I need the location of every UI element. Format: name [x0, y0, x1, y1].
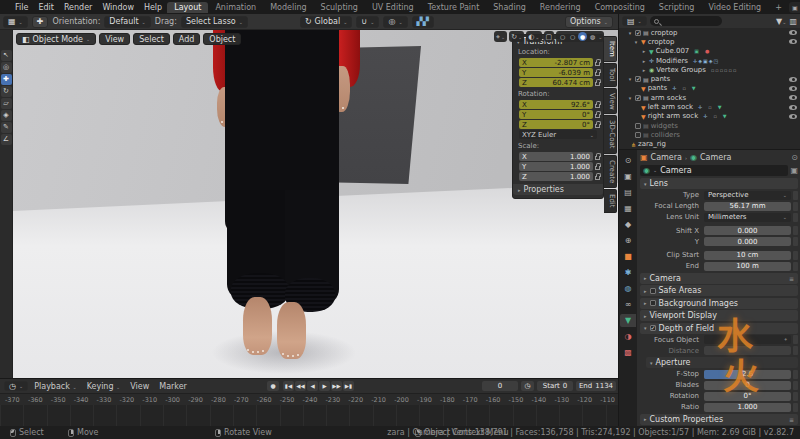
clip-start-field[interactable]: 10 cm	[704, 251, 791, 260]
jump-to-end-button[interactable]: ▶▮	[343, 381, 354, 391]
blades-field[interactable]: 0	[704, 381, 791, 390]
select-visible-dropdown[interactable]: ⌖⌄	[494, 31, 507, 42]
gizmos-dropdown[interactable]: ↻⌄	[509, 31, 524, 42]
menu-select[interactable]: Select	[133, 33, 170, 45]
focus-distance-field[interactable]	[704, 346, 791, 355]
animate-dot[interactable]	[793, 392, 798, 401]
menu-file[interactable]: File	[10, 3, 33, 12]
scene-selector[interactable]: ▣⌄ Scene ⊞ ×	[789, 2, 800, 13]
properties-collapsed-panel[interactable]: ▸Properties	[513, 184, 603, 195]
disclosure-icon[interactable]: ▾	[627, 76, 633, 82]
workspace-tab-modeling[interactable]: Modeling	[263, 2, 313, 13]
disclosure-icon[interactable]: ▸	[641, 67, 647, 73]
frame-start-field[interactable]: Start0	[537, 381, 573, 391]
viewport-3d[interactable]: ↖ ◎ ✚ ↻ ▱ ◈ ✎ ∠ ◧Object Mode⌄ View Selec…	[0, 30, 618, 378]
jump-to-start-button[interactable]: ▮◀	[283, 381, 294, 391]
lock-icon[interactable]	[595, 166, 600, 170]
breadcrumb-data[interactable]: Camera	[700, 153, 731, 162]
disclosure-icon[interactable]: ▾	[627, 30, 633, 36]
menu-help[interactable]: Help	[139, 3, 167, 12]
eye-icon[interactable]	[789, 30, 797, 35]
disclosure-icon[interactable]: ▸	[641, 58, 647, 64]
eye-icon[interactable]	[789, 77, 797, 82]
clip-end-field[interactable]: 100 m	[704, 262, 791, 271]
sidebar-tab-edit[interactable]: Edit	[604, 189, 617, 213]
collection-checkbox[interactable]	[635, 30, 641, 36]
workspace-tab-animation[interactable]: Animation	[208, 2, 263, 13]
outliner-row-vertex-groups[interactable]: ▸◉Vertex Groups▫▫▫▫▫▫	[619, 65, 800, 74]
tab-material[interactable]: ◑	[620, 330, 636, 343]
menu-view-timeline[interactable]: View	[126, 382, 153, 391]
workspace-tab-layout[interactable]: Layout	[167, 2, 208, 13]
outliner-row-left-arm-sock[interactable]: ▼left arm sock✛▫▼	[619, 102, 800, 111]
workspace-tab-sculpting[interactable]: Sculpting	[314, 2, 365, 13]
tab-texture[interactable]: ▩	[620, 346, 636, 359]
add-workspace-button[interactable]: +	[768, 2, 789, 13]
lock-icon[interactable]	[595, 156, 600, 160]
editor-type-selector[interactable]: ▦⌄	[3, 16, 28, 28]
timeline-track-area[interactable]	[0, 405, 618, 426]
lock-icon[interactable]	[595, 176, 600, 180]
scale-z-field[interactable]: Z1.000	[519, 172, 593, 181]
filter-icon[interactable]: ▼⌄	[776, 17, 786, 26]
menu-keying[interactable]: Keying ⌄	[83, 382, 125, 391]
lock-icon[interactable]	[595, 124, 600, 128]
workspace-tab-video-editing[interactable]: Video Editing	[701, 2, 768, 13]
viewport-display-panel-header[interactable]: ▸Viewport Display	[640, 310, 798, 321]
dropper-icon[interactable]: ⌖	[784, 336, 787, 343]
aperture-subpanel-header[interactable]: ▾Aperture	[646, 357, 798, 368]
transform-orientation-dropdown[interactable]: ↻Global⌄	[300, 16, 352, 28]
focal-length-field[interactable]: 56.17 mm	[704, 202, 791, 211]
outliner-row-croptop-collection[interactable]: ▾▤croptop	[619, 28, 800, 37]
preset-list-icon[interactable]: ≡	[789, 416, 794, 423]
measure-tool-button[interactable]: ∠	[1, 134, 12, 145]
lock-icon[interactable]	[595, 72, 600, 76]
lock-icon[interactable]	[595, 82, 600, 86]
tab-view-layer[interactable]: ▦	[620, 202, 636, 215]
annotate-tool-button[interactable]: ✎	[1, 122, 12, 133]
outliner-row-pants-collection[interactable]: ▾▤pants	[619, 74, 800, 83]
auto-keyframe-record-button[interactable]: ●	[267, 381, 279, 391]
outliner-row-arm-socks-collection[interactable]: ▾▤arm socks	[619, 93, 800, 102]
rotation-y-field[interactable]: Y0°	[519, 110, 593, 119]
outliner-row-cube007[interactable]: ▸▼Cube.007▣●	[619, 47, 800, 56]
current-frame-field[interactable]: 0	[482, 381, 518, 391]
outliner-row-modifiers[interactable]: ▸✛Modifiers✛◈▣◈◳	[619, 56, 800, 65]
sidebar-tab-create[interactable]: Create	[604, 155, 617, 188]
animate-dot[interactable]	[793, 226, 798, 235]
outliner-display-mode-selector[interactable]: ▤⌄	[622, 16, 647, 26]
outliner-row-widgets[interactable]: ▤widgets	[619, 121, 800, 130]
custom-properties-panel-header[interactable]: ▸Custom Properties≡	[640, 414, 798, 425]
menu-window[interactable]: Window	[97, 3, 139, 12]
background-images-checkbox[interactable]	[650, 300, 656, 306]
lock-icon[interactable]	[595, 104, 600, 108]
new-collection-icon[interactable]: ▥	[789, 17, 797, 26]
collection-checkbox[interactable]	[635, 76, 641, 82]
animate-dot[interactable]	[793, 346, 798, 355]
animate-dot[interactable]	[793, 403, 798, 412]
lens-type-dropdown[interactable]: Perspective⌄	[704, 191, 791, 200]
lens-unit-dropdown[interactable]: Millimeters⌄	[704, 213, 791, 222]
sidebar-tab-item[interactable]: Item	[604, 36, 617, 62]
timeline-editor-type-selector[interactable]: ◷⌄	[4, 381, 28, 391]
eye-icon[interactable]	[789, 95, 797, 100]
lock-icon[interactable]	[595, 62, 600, 66]
outliner-search-input[interactable]	[650, 16, 722, 26]
aperture-rotation-field[interactable]: 0°	[704, 392, 791, 401]
camera-datablock-selector[interactable]: ◉⌄Camera	[640, 165, 788, 176]
cursor-tool-button[interactable]: ◎	[1, 62, 12, 73]
background-images-panel-header[interactable]: ▸Background Images	[640, 298, 798, 309]
animate-dot[interactable]	[793, 202, 798, 211]
workspace-tab-scripting[interactable]: Scripting	[652, 2, 702, 13]
rotation-z-field[interactable]: Z0°	[519, 120, 593, 129]
outliner-row-right-arm-sock[interactable]: ▼right arm sock✛▫▼	[619, 112, 800, 121]
workspace-tab-shading[interactable]: Shading	[486, 2, 533, 13]
character-left-foot[interactable]	[243, 297, 272, 355]
dof-checkbox[interactable]	[650, 325, 656, 331]
move-tool-button[interactable]: ✚	[1, 74, 12, 85]
sidebar-tab-3d-coat[interactable]: 3D-Coat	[604, 115, 617, 154]
tab-tool[interactable]: ⊙	[620, 154, 636, 167]
outliner-row-zara-rig[interactable]: ⋔zara_rig	[619, 140, 800, 149]
eye-icon[interactable]	[789, 105, 797, 110]
tab-object-data[interactable]: ▼	[620, 314, 636, 327]
